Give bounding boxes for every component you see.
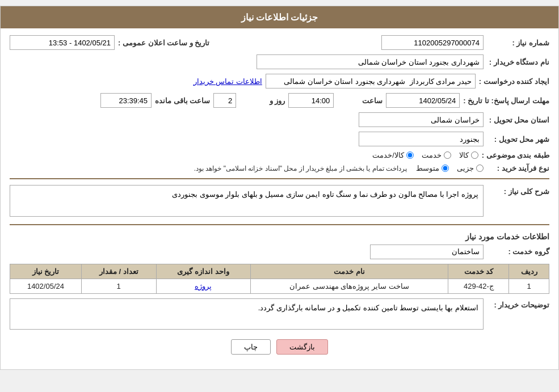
td-need_date: 1402/05/24 (10, 279, 82, 293)
category-kala-khedmat[interactable]: کالا/خدمت (372, 151, 414, 159)
th-qty: تعداد / مقدار (81, 264, 156, 279)
td-qty: 1 (81, 279, 156, 293)
process-motevaset[interactable]: متوسط (416, 164, 449, 172)
page-title: جزئیات اطلاعات نیاز (1, 6, 558, 28)
need-number-input (381, 35, 484, 50)
deadline-remaining-input (100, 93, 152, 108)
creator-label: ایجاد کننده درخواست : (479, 77, 549, 86)
process-motevaset-label: متوسط (416, 164, 439, 172)
process-jazei-radio[interactable] (476, 165, 484, 172)
deadline-date-input (386, 93, 460, 108)
deadline-days-input (213, 93, 236, 108)
deadline-time-input (288, 93, 334, 108)
buyer-desc-textarea[interactable] (10, 298, 484, 330)
province-input (359, 112, 484, 127)
th-need-date: تاریخ نیاز (10, 264, 82, 279)
process-motevaset-radio[interactable] (442, 165, 449, 172)
services-table: ردیف کد خدمت نام خدمت واحد اندازه گیری ت… (10, 264, 549, 294)
button-row: بازگشت چاپ (10, 339, 549, 363)
deadline-label: مهلت ارسال پاسخ: تا تاریخ : (463, 96, 549, 105)
process-jazei[interactable]: جزیی (457, 164, 484, 172)
deadline-days-label: روز و (239, 96, 285, 105)
category-khedmat-radio[interactable] (444, 151, 451, 159)
service-group-input (370, 245, 484, 259)
service-group-label: گروه خدمت : (487, 247, 549, 256)
contact-link[interactable]: اطلاعات تماس خریدار (194, 77, 262, 86)
td-row_num: 1 (509, 279, 549, 293)
city-input (359, 132, 484, 146)
deadline-remaining-label: ساعت باقی مانده (155, 96, 210, 105)
category-kala[interactable]: کالا (459, 151, 478, 159)
service-info-title: اطلاعات خدمات مورد نیاز (10, 232, 549, 241)
th-service-code: کد خدمت (448, 264, 509, 279)
services-table-section: ردیف کد خدمت نام خدمت واحد اندازه گیری ت… (10, 264, 549, 294)
process-label: نوع فرآیند خرید : (487, 164, 549, 172)
category-khedmat[interactable]: خدمت (422, 151, 451, 159)
city-label: شهر محل تحویل : (487, 135, 549, 144)
category-kala-khedmat-label: کالا/خدمت (372, 151, 404, 159)
table-row: 1ج-42-429ساخت سایر پروژه‌های مهندسی عمرا… (10, 279, 549, 293)
org-name-label: نام دستگاه خریدار : (487, 58, 549, 66)
td-unit[interactable]: پروژه (156, 279, 250, 293)
category-radio-group: کالا خدمت کالا/خدمت (372, 151, 478, 159)
deadline-time-label: ساعت (337, 96, 383, 105)
category-kala-khedmat-radio[interactable] (406, 151, 414, 159)
buyer-desc-label: توضیحات خریدار : (487, 298, 549, 309)
category-label: طبقه بندی موضوعی : (482, 151, 549, 159)
td-service_name: ساخت سایر پروژه‌های مهندسی عمران (250, 279, 448, 293)
process-note: پرداخت تمام یا بخشی از مبلغ خریدار از مح… (194, 165, 407, 172)
process-radio-group: جزیی متوسط (416, 164, 484, 172)
process-jazei-label: جزیی (457, 164, 474, 172)
need-number-label: شماره نیاز : (487, 39, 549, 47)
category-kala-label: کالا (459, 151, 469, 159)
announce-label: تاریخ و ساعت اعلان عمومی : (118, 39, 209, 47)
need-desc-label: شرح کلی نیاز : (487, 185, 549, 196)
need-desc-textarea[interactable] (10, 185, 484, 217)
th-service-name: نام خدمت (250, 264, 448, 279)
org-name-input (257, 54, 484, 69)
td-service_code: ج-42-429 (448, 279, 509, 293)
province-label: استان محل تحویل : (487, 116, 549, 124)
category-kala-radio[interactable] (471, 151, 478, 159)
creator-input (266, 74, 476, 88)
print-button[interactable]: چاپ (231, 339, 271, 355)
th-unit: واحد اندازه گیری (156, 264, 250, 279)
divider-1 (10, 178, 549, 179)
announce-input (10, 35, 115, 50)
th-row-num: ردیف (509, 264, 549, 279)
back-button[interactable]: بازگشت (276, 339, 328, 355)
divider-2 (10, 224, 549, 225)
category-khedmat-label: خدمت (422, 151, 442, 159)
